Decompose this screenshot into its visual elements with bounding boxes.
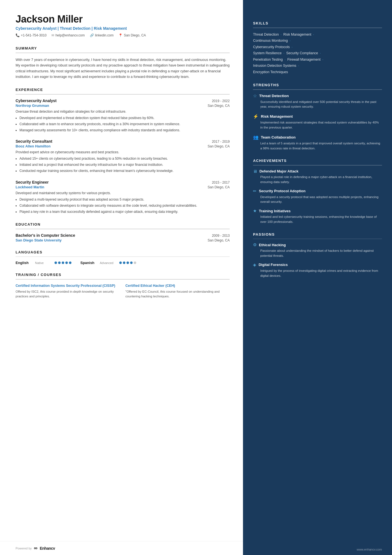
achievement-icon-2: ★ xyxy=(253,208,257,213)
skills-divider xyxy=(253,28,382,28)
achievement-icon-1: ✏ xyxy=(253,189,257,194)
exp-company-2: Lockheed Martin xyxy=(16,185,44,189)
passion-title-0: Ethical Hacking xyxy=(259,243,286,247)
skill-6: Penetration Testing xyxy=(253,58,283,61)
training-divider xyxy=(16,279,230,280)
strength-title-0: Threat Detection xyxy=(259,94,289,98)
achievement-title-2: Training Initiatives xyxy=(259,209,291,213)
strength-desc-1: Implemented risk assessment strategies t… xyxy=(253,120,382,130)
exp-header-1: Security Consultant 2017 - 2019 xyxy=(16,139,230,144)
strength-header-1: ⚡ Risk Management xyxy=(253,114,382,119)
exp-company-row-0: Northrop Grumman San Diego, CA xyxy=(16,103,230,108)
summary-text: With over 7 years of experience in cyber… xyxy=(16,57,230,80)
passion-header-1: ◈ Digital Forensics xyxy=(253,262,382,267)
edu-dates-0: 2009 - 2013 xyxy=(212,234,230,238)
lang-english-name: English xyxy=(16,261,32,265)
footer-logo-symbol: ∞ xyxy=(34,545,38,551)
skill-1: Risk Management xyxy=(283,33,311,36)
exp-item-0: Cybersecurity Analyst 2019 - 2022 Northr… xyxy=(16,98,230,133)
skill-5: Security Compliance xyxy=(286,51,318,55)
passion-title-1: Digital Forensics xyxy=(259,263,288,267)
achievements-section-title: ACHIEVEMENTS xyxy=(253,159,382,163)
training-item-0: Certified Information Systems Security P… xyxy=(16,283,120,299)
training-title-0: Certified Information Systems Security P… xyxy=(16,283,120,288)
lang-dot xyxy=(126,262,129,264)
exp-dates-1: 2017 - 2019 xyxy=(212,140,230,144)
achievement-2: ★ Training Initiatives Initiated and led… xyxy=(253,208,382,225)
lang-spanish-name: Spanish xyxy=(80,261,97,265)
lang-dot xyxy=(58,262,61,264)
passion-desc-1: Intrigued by the process of investigatin… xyxy=(253,268,382,278)
exp-location-2: San Diego, CA xyxy=(208,185,230,189)
training-desc-1: "Offered by EC-Council, this course focu… xyxy=(125,289,230,299)
skill-0: Threat Detection xyxy=(253,33,279,36)
training-grid: Certified Information Systems Security P… xyxy=(16,283,230,299)
exp-bullets-0: Developed and implemented a threat detec… xyxy=(16,115,230,133)
achievement-title-0: Defended Major Attack xyxy=(259,169,298,173)
edu-degree-0: Bachelor's in Computer Science xyxy=(16,233,75,238)
strength-icon-2: 👥 xyxy=(253,135,259,140)
linkedin-item: 🔗 linkedin.com xyxy=(90,33,114,37)
passion-desc-0: Passionate about understanding the minds… xyxy=(253,248,382,258)
skill-sep: · xyxy=(297,64,299,68)
exp-dates-0: 2019 - 2022 xyxy=(212,99,230,103)
languages-section-title: LANGUAGES xyxy=(16,250,230,254)
exp-header-2: Security Engineer 2015 - 2017 xyxy=(16,180,230,184)
edu-school-row-0: San Diego State University San Diego, CA xyxy=(16,238,230,242)
skill-8: Intrusion Detection Systems xyxy=(253,64,296,68)
strengths-divider xyxy=(253,89,382,90)
training-desc-0: Offered by ISC2, this course provided in… xyxy=(16,289,120,299)
edu-item-0: Bachelor's in Computer Science 2009 - 20… xyxy=(16,233,230,242)
exp-item-2: Security Engineer 2015 - 2017 Lockheed M… xyxy=(16,180,230,215)
lang-spanish-level: Advanced xyxy=(100,261,116,265)
skill-4: System Resilience xyxy=(253,51,282,55)
linkedin-value: linkedin.com xyxy=(95,33,114,37)
languages-divider xyxy=(16,256,230,257)
exp-company-row-1: Booz Allen Hamilton San Diego, CA xyxy=(16,144,230,148)
footer-website: www.enhancv.com xyxy=(357,548,382,551)
lang-dot xyxy=(119,262,122,264)
email-item: ✉ help@enhancv.com xyxy=(51,33,85,37)
left-column: Jackson Miller Cybersecurity Analyst | T… xyxy=(0,0,243,555)
exp-bullet-0-2: Managed security assessments for 10+ cli… xyxy=(19,128,230,133)
skill-7: Firewall Management xyxy=(287,58,321,61)
location-item: 📍 San Diego, CA xyxy=(118,33,146,37)
achievement-desc-1: Developed a security protocol that was a… xyxy=(253,195,382,205)
skill-3: Cybersecurity Protocols xyxy=(253,45,290,49)
lang-dot xyxy=(134,262,136,264)
languages-row: English Native Spanish Advanced xyxy=(16,261,230,265)
exp-desc-2: Developed and maintained security system… xyxy=(16,191,230,196)
skill-9: Encryption Techniques xyxy=(253,70,288,74)
skill-sep: · xyxy=(289,39,291,43)
contact-row: 📞 +1-541-754-3010 ✉ help@enhancv.com 🔗 l… xyxy=(16,33,230,37)
lang-english-level: Native xyxy=(35,261,52,265)
achievement-header-0: 🖥 Defended Major Attack xyxy=(253,169,382,174)
location-icon: 📍 xyxy=(118,33,123,37)
phone-icon: 📞 xyxy=(16,33,20,37)
exp-desc-0: Oversaw threat detection and mitigation … xyxy=(16,109,230,114)
achievement-icon-0: 🖥 xyxy=(253,169,257,174)
skill-sep: · xyxy=(312,33,314,36)
achievement-header-1: ✏ Security Protocol Adoption xyxy=(253,189,382,194)
achievement-header-2: ★ Training Initiatives xyxy=(253,208,382,213)
strength-header-2: 👥 Team Collaboration xyxy=(253,135,382,140)
summary-divider xyxy=(16,53,230,53)
skill-sep: · xyxy=(284,58,286,61)
passion-header-0: ⚙ Ethical Hacking xyxy=(253,242,382,247)
edu-header-0: Bachelor's in Computer Science 2009 - 20… xyxy=(16,233,230,238)
training-item-1: Certified Ethical Hacker (CEH) "Offered … xyxy=(125,283,230,299)
exp-title-2: Security Engineer xyxy=(16,180,49,184)
achievements-divider xyxy=(253,165,382,166)
strength-0: ☆ Threat Detection Successfully identifi… xyxy=(253,93,382,110)
lang-dot xyxy=(65,262,68,264)
passion-0: ⚙ Ethical Hacking Passionate about under… xyxy=(253,242,382,258)
strengths-section-title: STRENGTHS xyxy=(253,83,382,87)
strength-1: ⚡ Risk Management Implemented risk asses… xyxy=(253,114,382,130)
exp-bullets-1: Advised 15+ clients on cybersecurity bes… xyxy=(16,156,230,174)
training-section-title: TRAINING / COURSES xyxy=(16,273,230,277)
footer: Powered by ∞ Enhancv xyxy=(0,541,243,555)
lang-spanish-dots xyxy=(119,262,136,264)
training-title-1: Certified Ethical Hacker (CEH) xyxy=(125,283,230,288)
strength-desc-2: Led a team of 5 analysts in a project th… xyxy=(253,141,382,151)
skill-sep: · xyxy=(280,33,282,36)
